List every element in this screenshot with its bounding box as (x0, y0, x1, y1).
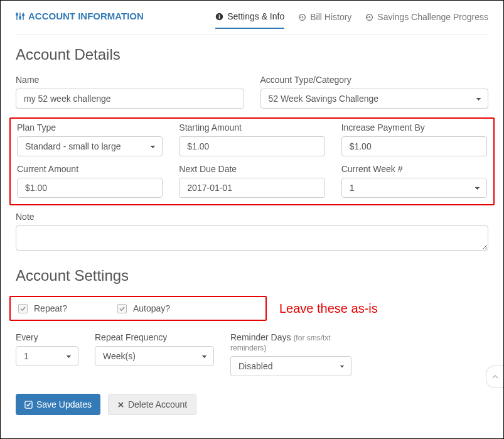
history-icon (298, 13, 306, 21)
sliders-icon (16, 12, 24, 21)
reminder-select[interactable]: Disabled (230, 356, 351, 376)
section-account-details: Account Details (16, 46, 488, 63)
check-square-icon (24, 401, 33, 409)
increase-by-label: Increase Payment By (341, 122, 487, 133)
freq-label: Repeat Frequency (95, 332, 214, 342)
increase-by-input[interactable] (341, 136, 487, 156)
tab-label: Bill History (310, 12, 351, 22)
checkbox-icon (117, 304, 127, 313)
name-label: Name (16, 75, 244, 85)
section-account-settings: Account Settings (16, 267, 488, 285)
tabs: Settings & Info Bill History Savings Cha… (215, 11, 488, 29)
page-title-text: ACCOUNT INFORMATION (28, 11, 144, 21)
current-amount-input[interactable] (17, 178, 163, 198)
note-label: Note (16, 212, 488, 222)
svg-point-5 (23, 14, 24, 16)
autopay-checkbox-row[interactable]: Autopay? (117, 303, 170, 313)
current-amount-label: Current Amount (17, 164, 163, 174)
freq-select[interactable]: Week(s) (95, 346, 214, 366)
tab-bill-history[interactable]: Bill History (298, 11, 351, 29)
page-title: ACCOUNT INFORMATION (16, 11, 144, 21)
account-type-label: Account Type/Category (260, 75, 489, 85)
svg-point-3 (16, 13, 18, 15)
next-due-input[interactable] (179, 178, 324, 198)
next-due-label: Next Due Date (179, 164, 324, 174)
name-input[interactable] (16, 89, 244, 109)
info-icon (215, 13, 223, 21)
annotation-text: Leave these as-is (279, 301, 378, 316)
plan-type-label: Plan Type (17, 122, 163, 133)
current-week-label: Current Week # (341, 164, 487, 174)
scroll-top-button[interactable] (486, 366, 503, 388)
note-textarea[interactable] (16, 225, 488, 251)
starting-amount-input[interactable] (179, 136, 324, 156)
tab-label: Savings Challenge Progress (377, 12, 488, 22)
tab-savings-progress[interactable]: Savings Challenge Progress (365, 11, 488, 29)
repeat-checkbox-row[interactable]: Repeat? (18, 303, 67, 313)
account-info-panel: ACCOUNT INFORMATION Settings & Info Bill… (0, 0, 504, 439)
divider (16, 34, 488, 35)
delete-button[interactable]: Delete Account (108, 394, 196, 415)
svg-point-4 (19, 16, 21, 18)
svg-rect-7 (219, 16, 220, 18)
checkbox-icon (18, 304, 28, 313)
repeat-autopay-highlight: Repeat? Autopay? (9, 296, 267, 321)
reminder-label: Reminder Days (for sms/txt reminders) (230, 332, 351, 352)
tab-settings-info[interactable]: Settings & Info (215, 11, 284, 29)
repeat-label: Repeat? (34, 303, 67, 313)
svg-rect-8 (219, 14, 220, 16)
autopay-label: Autopay? (133, 303, 170, 313)
tab-label: Settings & Info (227, 11, 284, 21)
delete-button-label: Delete Account (128, 399, 187, 409)
every-label: Every (16, 332, 78, 342)
current-week-select[interactable]: 1 (341, 178, 487, 198)
challenge-fields-highlight: Plan Type Standard - small to large Star… (9, 117, 495, 205)
save-button[interactable]: Save Updates (16, 394, 100, 415)
plan-type-select[interactable]: Standard - small to large (17, 136, 163, 156)
account-type-select[interactable]: 52 Week Savings Challenge (260, 89, 489, 109)
save-button-label: Save Updates (36, 399, 92, 409)
every-select[interactable]: 1 (16, 346, 78, 366)
starting-amount-label: Starting Amount (179, 122, 324, 133)
x-icon (117, 401, 124, 408)
history-icon (365, 13, 373, 21)
